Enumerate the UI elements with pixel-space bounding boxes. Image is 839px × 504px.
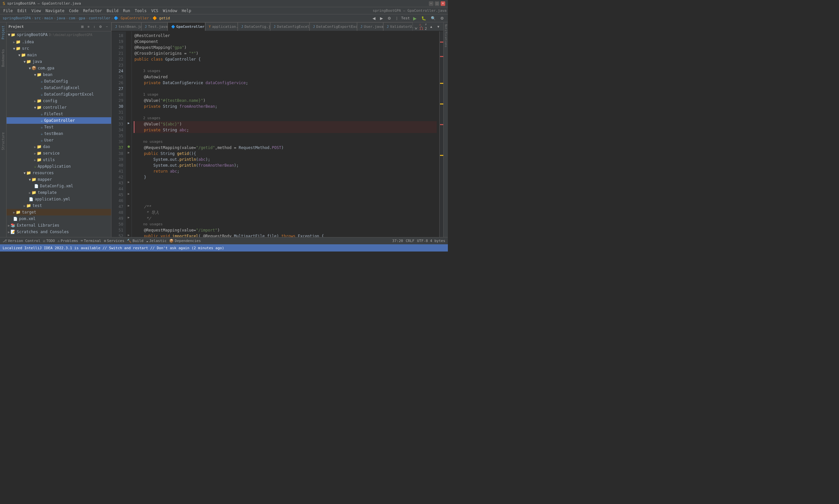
maximize-button[interactable]: □ xyxy=(435,1,439,6)
nav-back-button[interactable]: ◀ xyxy=(371,15,377,21)
gutter-fold-49[interactable]: ▶ xyxy=(126,214,132,220)
sidebar-close-btn[interactable]: − xyxy=(105,24,109,29)
notifications-label[interactable]: Notifications xyxy=(444,24,447,47)
tab-applicationyml[interactable]: Y application.yml × xyxy=(205,22,238,31)
tree-test-folder[interactable]: ▶ 📁 test xyxy=(6,202,111,209)
tree-idea[interactable]: ▶ 📁 .idea xyxy=(6,39,111,45)
menu-file[interactable]: File xyxy=(1,8,15,14)
run-button[interactable]: ▶ xyxy=(412,15,418,22)
sidebar-tool-btn1[interactable]: ⊞ xyxy=(80,24,85,29)
tree-dataconfigxml[interactable]: 📄 DataConfig.xml xyxy=(6,183,111,189)
tree-service[interactable]: ▶ 📁 service xyxy=(6,150,111,157)
menu-refactor[interactable]: Refactor xyxy=(81,8,104,14)
tree-main[interactable]: ▼ 📁 main xyxy=(6,52,111,58)
tree-scratches[interactable]: ▶ 📝 Scratches and Consoles xyxy=(6,229,111,235)
gutter-fold-33[interactable]: ▶ xyxy=(126,120,132,126)
tab-validatoru[interactable]: J ValidatorU... × xyxy=(383,22,413,31)
bookmarks-button[interactable]: Bookmarks xyxy=(1,49,5,67)
tree-dataconfigexcel[interactable]: ☕ DataConfigExcel xyxy=(6,85,111,91)
tree-external-libs[interactable]: ▶ 📚 External Libraries xyxy=(6,222,111,229)
tree-dataconfig[interactable]: ☕ DataConfig xyxy=(6,78,111,85)
tree-bean[interactable]: ▼ 📁 bean xyxy=(6,71,111,78)
breadcrumb-main[interactable]: main xyxy=(44,16,53,20)
tree-template[interactable]: ▶ 📁 template xyxy=(6,189,111,196)
tree-gpacontroller[interactable]: ☕ GpaController xyxy=(6,117,111,124)
tree-config[interactable]: ▶ 📁 config xyxy=(6,97,111,104)
menu-tools[interactable]: Tools xyxy=(133,8,149,14)
breadcrumb-method[interactable]: 🔶 getid xyxy=(152,16,170,20)
tree-mapper[interactable]: ▼ 📁 mapper xyxy=(6,176,111,183)
services-button[interactable]: ⚙ Services xyxy=(104,239,124,243)
tab-gpacontroller[interactable]: 🔷 GpaController.java × xyxy=(168,22,205,31)
terminal-button[interactable]: ⌨ Terminal xyxy=(81,239,101,243)
tab-dataconfig[interactable]: J DataConfig.java × xyxy=(238,22,270,31)
settings-button[interactable]: ⚙ xyxy=(386,15,392,21)
problems-button[interactable]: ⚠ Problems xyxy=(57,239,78,243)
tree-java[interactable]: ▼ 📁 java xyxy=(6,58,111,65)
tree-src[interactable]: ▼ 📁 src xyxy=(6,45,111,52)
menu-code[interactable]: Code xyxy=(67,8,81,14)
gutter-fold-43[interactable]: ▶ xyxy=(126,179,132,185)
breadcrumb-src[interactable]: src xyxy=(34,16,41,20)
jelastic-button[interactable]: ☁ Jelastic xyxy=(146,239,167,243)
gutter-breakpoint-37[interactable]: ● xyxy=(126,143,132,149)
tree-resources[interactable]: ▼ 📁 resources xyxy=(6,169,111,176)
menu-help[interactable]: Help xyxy=(180,8,193,14)
tree-project-root[interactable]: ▼ 📁 springBootGPA D:\daima\springBootGPA xyxy=(6,32,111,38)
tree-testbean[interactable]: ☕ testBean xyxy=(6,130,111,137)
line-endings[interactable]: CRLF xyxy=(406,239,414,243)
menu-edit[interactable]: Edit xyxy=(15,8,29,14)
minimize-button[interactable]: − xyxy=(429,1,433,6)
tab-dataconfigexportexcel[interactable]: J DataConfigExportExcel.java × xyxy=(309,22,357,31)
charset[interactable]: UTF-8 4 bytes xyxy=(417,239,445,243)
breadcrumb-class[interactable]: 🔷 GpaController xyxy=(114,16,149,20)
tree-dao[interactable]: ▶ 📁 dao xyxy=(6,143,111,150)
scroll-down-button[interactable]: ▼ xyxy=(435,24,441,29)
scroll-up-button[interactable]: ▲ xyxy=(428,24,434,29)
breadcrumb-com[interactable]: com xyxy=(69,16,75,20)
sidebar-tool-btn3[interactable]: ↕ xyxy=(92,24,97,29)
version-control-button[interactable]: ⎇ Version Control xyxy=(3,239,40,243)
tree-utils[interactable]: ▶ 📁 utils xyxy=(6,157,111,163)
close-button[interactable]: × xyxy=(441,1,445,6)
tree-com-gpa[interactable]: ▼ 📦 com.gpa xyxy=(6,65,111,71)
sidebar-settings-btn[interactable]: ⚙ xyxy=(98,24,103,29)
sidebar-tool-btn2[interactable]: ≡ xyxy=(86,24,91,29)
gutter-fold-52[interactable]: ▶ xyxy=(126,232,132,237)
gutter-fold-38[interactable]: ▶ xyxy=(126,149,132,155)
search-everywhere-button[interactable]: 🔍 xyxy=(429,15,437,21)
tree-target[interactable]: ▶ 📁 target xyxy=(6,209,111,215)
tree-controller[interactable]: ▼ 📁 controller xyxy=(6,104,111,111)
tree-appapplication[interactable]: ☕ AppApplication xyxy=(6,163,111,169)
tree-applicationyml[interactable]: 📄 application.yml xyxy=(6,196,111,202)
menu-run[interactable]: Run xyxy=(121,8,132,14)
breadcrumb-controller[interactable]: controller xyxy=(88,16,110,20)
menu-build[interactable]: Build xyxy=(105,8,120,14)
gutter-fold-34[interactable] xyxy=(126,126,132,132)
menu-view[interactable]: View xyxy=(30,8,43,14)
menu-vcs[interactable]: VCS xyxy=(149,8,160,14)
gutter-fold-47[interactable]: ▶ xyxy=(126,202,132,208)
project-panel-button[interactable]: Project xyxy=(1,25,5,39)
debug-button[interactable]: 🐛 xyxy=(420,15,428,21)
tab-user[interactable]: J User.java × xyxy=(357,22,383,31)
structure-button[interactable]: Structure xyxy=(1,132,5,150)
tree-user[interactable]: ☕ User xyxy=(6,137,111,143)
breadcrumb-project[interactable]: springBootGPA xyxy=(3,16,31,20)
settings-gear-button[interactable]: ⚙ xyxy=(439,15,445,21)
tab-dataconfigexcel[interactable]: J DataConfigExcel.java × xyxy=(270,22,309,31)
breadcrumb-gpa[interactable]: gpa xyxy=(79,16,85,20)
tree-pomxml[interactable]: 📄 pom.xml xyxy=(6,215,111,222)
dependencies-button[interactable]: 📦 Dependencies xyxy=(169,239,201,243)
todo-button[interactable]: ☑ TODO xyxy=(43,239,55,243)
gutter-fold-45[interactable]: ▶ xyxy=(126,191,132,197)
tree-test[interactable]: ☕ Test xyxy=(6,124,111,130)
menu-window[interactable]: Window xyxy=(161,8,179,14)
code-editor[interactable]: @RestController @Component @RequestMappi… xyxy=(132,32,439,237)
tab-overflow-button[interactable]: » xyxy=(413,26,419,31)
tab-testbean[interactable]: J testBean.java × xyxy=(112,22,141,31)
breadcrumb-java[interactable]: java xyxy=(56,16,65,20)
tree-filetest[interactable]: ☕ FileTest xyxy=(6,111,111,117)
nav-forward-button[interactable]: ▶ xyxy=(379,15,384,21)
build-button[interactable]: 🔨 Build xyxy=(127,239,143,243)
